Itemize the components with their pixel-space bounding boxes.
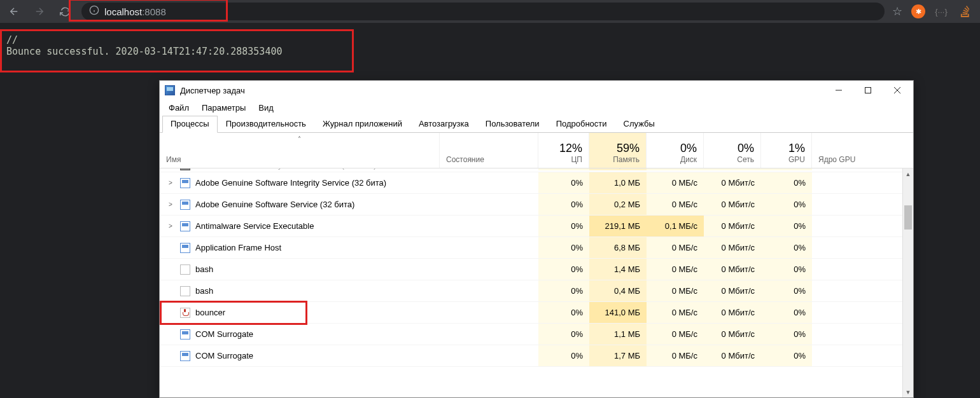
cell-cpu: 0% bbox=[538, 345, 589, 366]
cell-gpu: 0% bbox=[761, 194, 812, 215]
back-button[interactable] bbox=[5, 3, 23, 20]
cell-network: 0 Мбит/с bbox=[704, 194, 761, 215]
process-name: COM Surrogate bbox=[195, 351, 253, 360]
process-icon bbox=[180, 351, 190, 361]
header-network[interactable]: 0% Сеть bbox=[704, 133, 761, 168]
scroll-up-icon[interactable]: ▲ bbox=[903, 168, 913, 179]
cell-disk: 0 МБ/с bbox=[647, 302, 704, 323]
cell-memory: 1,4 МБ bbox=[589, 259, 647, 280]
extension-stackoverflow-icon[interactable] bbox=[957, 4, 971, 18]
process-icon bbox=[180, 308, 190, 318]
process-row[interactable]: >Adobe Genuine Software Integrity Servic… bbox=[160, 172, 913, 194]
header-status[interactable]: Состояние bbox=[440, 133, 538, 168]
cell-memory: 0,2 МБ bbox=[589, 194, 647, 215]
process-icon bbox=[180, 264, 190, 275]
tab-5[interactable]: Подробности bbox=[548, 116, 615, 133]
cell-gpu: 0% bbox=[761, 237, 812, 258]
cell-cpu: 0% bbox=[538, 302, 589, 323]
process-icon bbox=[180, 286, 190, 296]
cell-network: 0 Мбит/с bbox=[704, 168, 761, 170]
cell-cpu: 0% bbox=[538, 172, 589, 193]
minimize-button[interactable] bbox=[824, 81, 853, 100]
process-icon bbox=[180, 329, 190, 340]
extension-icon-1[interactable]: ✱ bbox=[911, 4, 925, 18]
process-row[interactable]: COM Surrogate0%1,7 МБ0 МБ/с0 Мбит/с0% bbox=[160, 345, 913, 367]
process-row[interactable]: >Antimalware Service Executable0%219,1 М… bbox=[160, 216, 913, 237]
header-memory[interactable]: 59% Память bbox=[589, 133, 647, 168]
header-cpu[interactable]: 12% ЦП bbox=[538, 133, 589, 168]
scrollbar[interactable]: ▲ ▼ bbox=[902, 168, 913, 397]
cell-status bbox=[440, 302, 538, 323]
cell-cpu: 0% bbox=[538, 280, 589, 301]
header-name[interactable]: ˄ Имя bbox=[160, 133, 440, 168]
address-bar[interactable]: localhost:8088 bbox=[81, 3, 885, 20]
tab-2[interactable]: Журнал приложений bbox=[314, 116, 410, 133]
expand-icon[interactable]: > bbox=[166, 201, 175, 208]
tab-6[interactable]: Службы bbox=[615, 116, 663, 133]
process-name: bash bbox=[195, 264, 213, 274]
response-line-1: // bbox=[6, 34, 18, 46]
menu-options[interactable]: Параметры bbox=[197, 102, 251, 114]
expand-icon[interactable]: > bbox=[166, 179, 175, 186]
menubar: Файл Параметры Вид bbox=[160, 100, 913, 115]
site-info-icon[interactable] bbox=[89, 5, 99, 18]
header-gpu[interactable]: 1% GPU bbox=[761, 133, 812, 168]
cell-disk: 0 МБ/с bbox=[647, 168, 704, 170]
process-row[interactable]: bash0%0,4 МБ0 МБ/с0 Мбит/с0% bbox=[160, 280, 913, 302]
cell-gpu: 0% bbox=[761, 172, 812, 193]
bookmark-star-icon[interactable]: ☆ bbox=[892, 4, 902, 18]
process-row[interactable]: bash0%1,4 МБ0 МБ/с0 Мбит/с0% bbox=[160, 259, 913, 280]
cell-disk: 0 МБ/с bbox=[647, 237, 704, 258]
process-name: Application Frame Host bbox=[195, 243, 281, 252]
process-row[interactable]: >Adobe Genuine Software Service (32 бита… bbox=[160, 194, 913, 216]
process-icon bbox=[180, 178, 190, 188]
process-row[interactable]: bouncer0%141,0 МБ0 МБ/с0 Мбит/с0% bbox=[160, 302, 913, 324]
tab-4[interactable]: Пользователи bbox=[477, 116, 548, 133]
cell-status bbox=[440, 345, 538, 366]
tab-1[interactable]: Производительность bbox=[218, 116, 314, 133]
process-icon bbox=[180, 221, 190, 231]
process-row[interactable]: Application Frame Host0%6,8 МБ0 МБ/с0 Мб… bbox=[160, 237, 913, 259]
cell-network: 0 Мбит/с bbox=[704, 345, 761, 366]
scroll-thumb[interactable] bbox=[904, 205, 912, 230]
taskmanager-icon bbox=[165, 85, 175, 95]
cell-network: 0 Мбит/с bbox=[704, 259, 761, 280]
expand-icon[interactable]: > bbox=[166, 223, 175, 230]
cell-status bbox=[440, 194, 538, 215]
header-disk[interactable]: 0% Диск bbox=[647, 133, 704, 168]
menu-file[interactable]: Файл bbox=[164, 102, 194, 114]
tab-0[interactable]: Процессы bbox=[162, 116, 218, 133]
titlebar[interactable]: Диспетчер задач bbox=[160, 81, 913, 100]
sort-indicator-icon: ˄ bbox=[166, 135, 433, 142]
cell-gpucore bbox=[812, 237, 913, 258]
reload-button[interactable] bbox=[56, 3, 74, 20]
response-line-2: Bounce successful. 2020-03-14T21:47:20.2… bbox=[6, 46, 282, 57]
forward-button[interactable] bbox=[31, 3, 48, 20]
cell-disk: 0,1 МБ/с bbox=[647, 216, 704, 237]
maximize-button[interactable] bbox=[853, 81, 883, 100]
process-icon bbox=[180, 200, 190, 210]
close-button[interactable] bbox=[883, 81, 912, 100]
process-list: Adobe Collaboration Synchronizer 20.6 (3… bbox=[160, 168, 913, 397]
cell-memory: 1,0 МБ bbox=[589, 172, 647, 193]
header-gpucore[interactable]: Ядро GPU bbox=[812, 133, 913, 168]
tabs: ПроцессыПроизводительностьЖурнал приложе… bbox=[160, 115, 913, 133]
cell-status bbox=[440, 237, 538, 258]
process-name: Adobe Genuine Software Service (32 бита) bbox=[195, 200, 354, 209]
cell-status bbox=[440, 168, 538, 170]
process-row[interactable]: COM Surrogate0%1,1 МБ0 МБ/с0 Мбит/с0% bbox=[160, 324, 913, 345]
cell-gpu: 0% bbox=[761, 168, 812, 170]
cell-cpu: 0% bbox=[538, 194, 589, 215]
cell-disk: 0 МБ/с bbox=[647, 194, 704, 215]
menu-view[interactable]: Вид bbox=[253, 102, 279, 114]
extension-icon-2[interactable]: {···} bbox=[934, 4, 948, 18]
cell-gpucore bbox=[812, 172, 913, 193]
cell-network: 0 Мбит/с bbox=[704, 216, 761, 237]
cell-status bbox=[440, 259, 538, 280]
process-name: Adobe Collaboration Synchronizer 20.6 (3… bbox=[195, 168, 376, 170]
tab-3[interactable]: Автозагрузка bbox=[410, 116, 477, 133]
scroll-down-icon[interactable]: ▼ bbox=[903, 387, 913, 397]
cell-memory: 1,1 МБ bbox=[589, 324, 647, 345]
cell-gpu: 0% bbox=[761, 216, 812, 237]
cell-disk: 0 МБ/с bbox=[647, 324, 704, 345]
